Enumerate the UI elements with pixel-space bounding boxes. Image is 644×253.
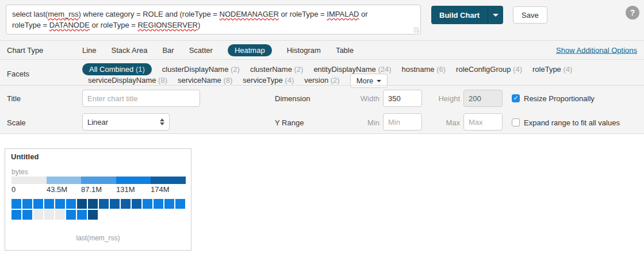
heatmap-cell[interactable]: [88, 210, 98, 220]
legend-color-segment: [12, 177, 47, 184]
legend-gradient: [12, 177, 186, 184]
facet-name: serviceType: [243, 76, 282, 85]
facet-count: (4): [561, 65, 573, 74]
expand-range-label: Expand range to fit all values: [524, 118, 620, 126]
facet-option-all-combined[interactable]: All Combined (1): [82, 63, 152, 75]
height-label: Height: [423, 94, 460, 102]
heatmap-cell[interactable]: [77, 210, 87, 220]
facet-options-line2: serviceDisplayName (8)serviceName (8)ser…: [88, 75, 388, 85]
query-text-misspelled: DATANODE: [49, 21, 90, 29]
facets-row: Facets All Combined (1)clusterDisplayNam…: [0, 59, 644, 85]
facet-count: (8): [156, 76, 167, 85]
expand-range-checkbox[interactable]: [512, 118, 520, 126]
query-text-misspelled: IMPALAD: [327, 10, 359, 18]
heatmap-cell[interactable]: [12, 199, 21, 209]
facets-label: Facets: [7, 70, 29, 78]
build-chart-button[interactable]: Build Chart: [431, 6, 488, 24]
chart-type-option-histogram[interactable]: Histogram: [287, 46, 321, 55]
facet-option-clusterdisplayname[interactable]: clusterDisplayName (2): [162, 65, 240, 74]
chart-preview-title: Untitled: [11, 152, 39, 161]
heatmap-cell[interactable]: [44, 210, 54, 220]
facet-count: (8): [221, 76, 233, 85]
chart-type-option-heatmap[interactable]: Heatmap: [228, 44, 272, 56]
legend-color-segment: [81, 177, 116, 184]
legend-color-segment: [116, 177, 151, 184]
heatmap-cell[interactable]: [22, 199, 32, 209]
heatmap-cell[interactable]: [33, 199, 43, 209]
facet-name: clusterDisplayName: [162, 65, 229, 74]
width-input[interactable]: [383, 90, 422, 107]
chart-type-option-stack-area[interactable]: Stack Area: [112, 46, 148, 55]
heatmap-cell[interactable]: [44, 199, 54, 209]
heatmap-cell[interactable]: [88, 199, 98, 209]
chart-type-row: Chart Type LineStack AreaBarScatterHeatm…: [0, 40, 644, 59]
scale-label: Scale: [7, 118, 26, 126]
legend-tick-label: 174M: [151, 185, 170, 194]
chart-type-option-scatter[interactable]: Scatter: [189, 46, 213, 55]
facet-name: version: [304, 76, 328, 85]
heatmap-cell[interactable]: [164, 199, 174, 209]
legend-color-segment: [47, 177, 82, 184]
heatmap-cell[interactable]: [110, 199, 120, 209]
heatmap-cell[interactable]: [143, 199, 152, 209]
heatmap-cell[interactable]: [154, 199, 163, 209]
facet-option-roletype[interactable]: roleType (4): [532, 65, 572, 74]
facet-option-servicedisplayname[interactable]: serviceDisplayName (8): [88, 76, 167, 85]
y-min-input[interactable]: [383, 113, 422, 131]
heatmap-cell[interactable]: [121, 199, 131, 209]
facet-option-entitydisplayname[interactable]: entityDisplayName (24): [313, 65, 391, 74]
facet-option-hostname[interactable]: hostname (6): [402, 65, 446, 74]
heatmap-cell[interactable]: [12, 210, 21, 220]
facet-option-roleconfiggroup[interactable]: roleConfigGroup (4): [456, 65, 522, 74]
facet-option-version[interactable]: version (2): [304, 76, 339, 85]
heatmap-cell[interactable]: [55, 199, 65, 209]
query-text: select last(: [12, 10, 48, 18]
more-facets-label: More: [356, 76, 374, 85]
facet-option-servicename[interactable]: serviceName (8): [178, 76, 232, 85]
chart-x-axis-label: last(mem_rss): [5, 234, 191, 242]
query-text: ): [198, 21, 200, 29]
facet-count: (4): [511, 65, 522, 74]
chart-type-option-line[interactable]: Line: [82, 46, 97, 55]
query-text-misspelled: mem_rss: [48, 10, 78, 18]
heatmap-cell[interactable]: [66, 210, 76, 220]
facet-count: (1): [133, 65, 145, 74]
heatmap-cell[interactable]: [132, 199, 141, 209]
build-chart-dropdown-button[interactable]: [488, 6, 503, 24]
heatmap-cell[interactable]: [99, 199, 109, 209]
heatmap-cell[interactable]: [77, 199, 87, 209]
chart-title-input[interactable]: [82, 90, 200, 107]
legend-labels: 043.5M87.1M131M174M: [12, 185, 186, 194]
width-label: Width: [342, 94, 379, 102]
chart-type-option-bar[interactable]: Bar: [162, 46, 174, 55]
resize-proportionally-checkbox[interactable]: ✓: [512, 94, 520, 102]
heatmap-cell[interactable]: [22, 210, 32, 220]
legend-tick-label: 0: [12, 185, 16, 194]
chart-builder-form: select last(mem_rss) where category = RO…: [0, 0, 644, 134]
y-max-input[interactable]: [463, 113, 503, 131]
facet-name: serviceName: [178, 76, 221, 85]
chart-type-option-table[interactable]: Table: [336, 46, 354, 55]
facet-count: (4): [283, 76, 294, 85]
facet-option-servicetype[interactable]: serviceType (4): [243, 76, 294, 85]
save-button[interactable]: Save: [513, 6, 547, 24]
facet-option-clustername[interactable]: clusterName (2): [250, 65, 303, 74]
heatmap-cell[interactable]: [55, 210, 65, 220]
query-text: roleType =: [12, 21, 49, 29]
heatmap-cell[interactable]: [66, 199, 76, 209]
resize-grip-icon[interactable]: [413, 27, 419, 33]
show-additional-options-link[interactable]: Show Additional Options: [556, 46, 637, 55]
facet-name: serviceDisplayName: [88, 76, 156, 85]
heatmap-cell[interactable]: [175, 199, 185, 209]
scale-select[interactable]: Linear: [82, 113, 170, 131]
title-row: Title Dimension Width Height ✓ Resize Pr…: [0, 85, 644, 110]
chevron-down-icon: [377, 80, 381, 82]
help-icon[interactable]: ?: [626, 6, 639, 20]
heatmap-cell[interactable]: [33, 210, 43, 220]
facet-name: hostname: [402, 65, 435, 74]
query-row: select last(mem_rss) where category = RO…: [0, 0, 644, 40]
chart-unit-label: bytes: [12, 168, 28, 176]
facet-name: All Combined: [89, 65, 133, 74]
query-input[interactable]: select last(mem_rss) where category = RO…: [6, 5, 421, 34]
max-label: Max: [423, 118, 460, 126]
